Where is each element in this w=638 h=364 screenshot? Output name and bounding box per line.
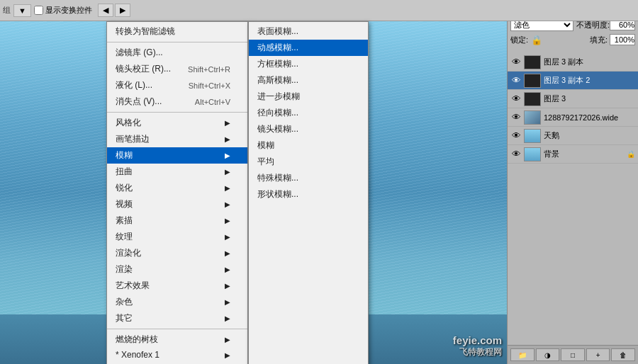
blur-box[interactable]: 方框模糊... (249, 56, 368, 72)
menu-item-lens-correction[interactable]: 镜头校正 (R)... Shift+Ctrl+R (107, 61, 247, 77)
layer-name-1: 图层 3 副本 2 (544, 75, 590, 86)
lock-row: 锁定: 🔒 填充: (510, 34, 635, 45)
fill-input[interactable] (610, 34, 635, 45)
layer-name-4: 天鹅 (544, 130, 559, 141)
toolbar: 组 ▼ 显示变换控件 ◀ ▶ (0, 0, 638, 21)
layer-item-1[interactable]: 👁 图层 3 副本 2 (508, 72, 638, 90)
mask-btn[interactable]: □ (561, 348, 585, 361)
layer-thumb-2 (524, 92, 541, 106)
filter-menu: 转换为智能滤镜 滤镜库 (G)... 镜头校正 (R)... Shift+Ctr… (106, 21, 369, 364)
menu-item-blur[interactable]: 模糊▶ (107, 147, 247, 164)
layer-eye-2[interactable]: 👁 (510, 93, 522, 105)
menu-item-texture[interactable]: 纹理▶ (107, 229, 247, 245)
blur-submenu: 表面模糊... 动感模糊... 方框模糊... 高斯模糊... 进一步模糊 径向… (248, 21, 369, 364)
layer-eye-3[interactable]: 👁 (510, 112, 522, 123)
menu-item-liquify[interactable]: 液化 (L)... Shift+Ctrl+X (107, 77, 247, 93)
menu-sep-1 (107, 42, 247, 42)
lock-icon-a[interactable]: 🔒 (531, 35, 542, 45)
layer-eye-1[interactable]: 👁 (510, 75, 522, 86)
menu-item-render2[interactable]: 渲染▶ (107, 261, 247, 278)
layer-eye-5[interactable]: 👁 (510, 149, 522, 160)
show-transform-label: 显示变换控件 (45, 5, 92, 16)
blur-lens[interactable]: 镜头模糊... (249, 121, 368, 137)
new-group-btn[interactable]: 📁 (510, 348, 535, 361)
blur-average[interactable]: 平均 (249, 154, 368, 170)
menu-item-xenofex[interactable]: * Xenofex 1▶ (107, 348, 247, 362)
layer-item-0[interactable]: 👁 图层 3 副本 (508, 53, 638, 72)
blur-gaussian[interactable]: 高斯模糊... (249, 72, 368, 89)
toolbar-group-label: 组 (3, 5, 11, 16)
layer-thumb-4 (524, 129, 541, 143)
menu-item-artistic[interactable]: 艺术效果▶ (107, 278, 247, 294)
blur-motion[interactable]: 动感模糊... (249, 40, 368, 56)
menu-item-smart-filter[interactable]: 转换为智能滤镜 (107, 23, 247, 40)
layer-thumb-3 (524, 110, 541, 125)
blur-radial[interactable]: 径向模糊... (249, 105, 368, 121)
menu-item-video[interactable]: 视频▶ (107, 196, 247, 212)
menu-item-render[interactable]: 渲染化▶ (107, 245, 247, 261)
layer-name-5: 背景 (544, 149, 559, 159)
menu-item-sharpen[interactable]: 锐化▶ (107, 180, 247, 196)
layers-panel-actions: 📁 ◑ □ + 🗑 (508, 345, 638, 364)
adjustment-layer-btn[interactable]: ◑ (536, 348, 560, 361)
layers-list: 👁 图层 3 副本 👁 图层 3 副本 2 👁 图层 3 👁 128879217… (508, 53, 638, 164)
layer-name-2: 图层 3 (544, 93, 566, 104)
menu-item-brush-stroke[interactable]: 画笔描边▶ (107, 131, 247, 147)
watermark-line2: 飞特教程网 (453, 346, 502, 358)
new-layer-btn[interactable]: + (586, 348, 610, 361)
toolbar-group-btn[interactable]: ▼ (13, 4, 31, 17)
menu-item-sketch[interactable]: 素描▶ (107, 212, 247, 229)
layer-name-0: 图层 3 副本 (544, 57, 583, 67)
arrow-left-btn[interactable]: ◀ (98, 4, 113, 17)
delete-layer-btn[interactable]: 🗑 (611, 348, 635, 361)
layer-thumb-5 (524, 147, 541, 161)
layer-thumb-1 (524, 74, 541, 88)
blur-basic[interactable]: 模糊 (249, 137, 368, 154)
watermark-line1: feyie.com (453, 334, 502, 346)
menu-item-distort[interactable]: 扭曲▶ (107, 164, 247, 180)
blur-further[interactable]: 进一步模糊 (249, 89, 368, 105)
blur-smart[interactable]: 特殊模糊... (249, 170, 368, 186)
layer-name-3: 1288792172026.wide (544, 113, 618, 122)
lock-label: 锁定: (510, 35, 528, 45)
layer-eye-4[interactable]: 👁 (510, 130, 522, 142)
menu-item-stylize[interactable]: 风格化▶ (107, 115, 247, 131)
layer-item-5[interactable]: 👁 背景 🔒 (508, 145, 638, 164)
menu-item-other[interactable]: 其它▶ (107, 310, 247, 326)
filter-menu-main: 转换为智能滤镜 滤镜库 (G)... 镜头校正 (R)... Shift+Ctr… (106, 21, 248, 364)
menu-sep-2 (107, 112, 247, 113)
background-lock-icon: 🔒 (627, 150, 635, 158)
menu-item-burning-tree[interactable]: 燃烧的树枝▶ (107, 331, 247, 348)
site-watermark: feyie.com 飞特教程网 (453, 334, 502, 358)
menu-sep-3 (107, 329, 247, 329)
right-panel: 图层 通道 蒙版 路径 ≡ 滤色 不透明度: 锁定: 🔒 填充: (507, 0, 638, 364)
blur-shape[interactable]: 形状模糊... (249, 186, 368, 203)
menu-item-noise[interactable]: 杂色▶ (107, 294, 247, 310)
layer-item-4[interactable]: 👁 天鹅 (508, 127, 638, 145)
toolbar-show-transform-checkbox[interactable]: 显示变换控件 (34, 5, 92, 16)
blur-surface[interactable]: 表面模糊... (249, 23, 368, 40)
layer-item-2[interactable]: 👁 图层 3 (508, 90, 638, 108)
menu-item-vanish-point[interactable]: 消失点 (V)... Alt+Ctrl+V (107, 93, 247, 110)
layer-item-3[interactable]: 👁 1288792172026.wide (508, 108, 638, 127)
layer-thumb-0 (524, 55, 541, 69)
menu-item-filter-gallery[interactable]: 滤镜库 (G)... (107, 45, 247, 61)
arrow-right-btn[interactable]: ▶ (115, 4, 130, 17)
layer-eye-0[interactable]: 👁 (510, 57, 522, 68)
